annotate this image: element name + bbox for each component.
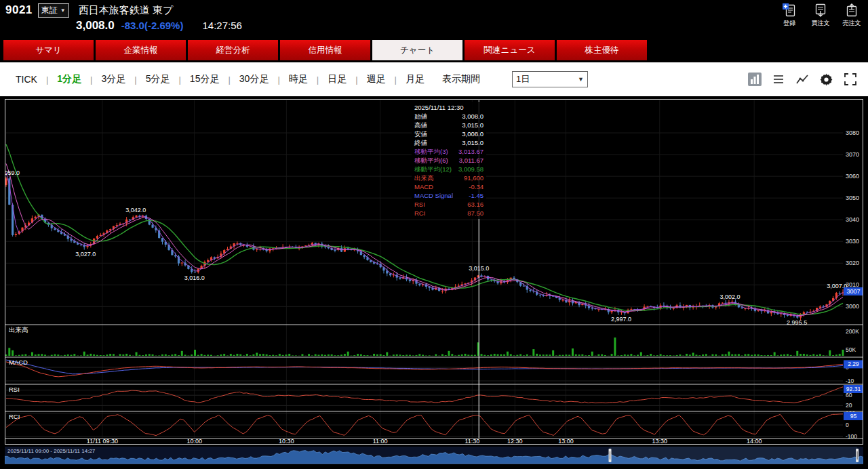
interval-monthly[interactable]: 月足 <box>397 73 433 85</box>
quote-header-row1: 9021 東証 ▼ 西日本旅客鉄道 東プ <box>5 3 863 18</box>
svg-text:3060: 3060 <box>846 173 859 180</box>
svg-text:0: 0 <box>846 422 849 428</box>
register-button[interactable]: 登録 <box>777 2 802 28</box>
quote-time: 14:27:56 <box>202 20 241 31</box>
interval-3min[interactable]: 3分足 <box>92 73 134 85</box>
tab-company-info[interactable]: 企業情報 <box>96 40 186 60</box>
svg-text:2,997.0: 2,997.0 <box>611 316 631 323</box>
quote-header: 9021 東証 ▼ 西日本旅客鉄道 東プ 3,008.0 -83.0(-2.69… <box>0 0 868 38</box>
svg-text:12:30: 12:30 <box>507 438 523 445</box>
chevron-down-icon: ▼ <box>578 76 584 83</box>
svg-text:3000: 3000 <box>846 303 859 310</box>
svg-text:13:30: 13:30 <box>652 438 667 445</box>
svg-text:出来高: 出来高 <box>9 326 28 333</box>
interval-1min[interactable]: 1分足 <box>48 73 90 85</box>
fullscreen-icon[interactable] <box>844 73 857 86</box>
svg-text:3,002.0: 3,002.0 <box>719 293 740 300</box>
buy-order-button-label: 買注文 <box>808 19 833 28</box>
svg-text:3070: 3070 <box>846 151 859 158</box>
tab-shareholder-benefits[interactable]: 株主優待 <box>557 40 647 60</box>
market-selector[interactable]: 東証 ▼ <box>38 3 69 18</box>
svg-text:3030: 3030 <box>846 238 859 245</box>
sell-order-icon <box>840 2 864 18</box>
svg-text:3050: 3050 <box>846 195 859 201</box>
chart-toolbar: TICK|1分足|3分足|5分足|15分足|30分足|時足|日足|週足|月足表示… <box>0 62 868 96</box>
period-select[interactable]: 1日 ▼ <box>512 71 588 87</box>
svg-text:11/11 09:30: 11/11 09:30 <box>87 438 118 445</box>
interval-tick[interactable]: TICK <box>7 74 46 85</box>
svg-text:3040: 3040 <box>846 216 859 223</box>
trading-app: 9021 東証 ▼ 西日本旅客鉄道 東プ 3,008.0 -83.0(-2.69… <box>0 0 868 469</box>
svg-text:3010: 3010 <box>846 281 859 288</box>
navigator-canvas[interactable]: 2025/11/11 09:00 - 2025/11/11 14:27 <box>5 447 863 467</box>
svg-text:-10: -10 <box>846 378 854 384</box>
svg-text:RCI: RCI <box>9 413 20 420</box>
svg-text:11:00: 11:00 <box>373 438 388 445</box>
svg-text:10:30: 10:30 <box>279 438 294 445</box>
svg-text:3,042.0: 3,042.0 <box>125 207 146 213</box>
svg-text:200K: 200K <box>846 328 859 335</box>
buy-order-icon <box>808 2 833 18</box>
settings-gear-icon[interactable] <box>819 73 833 87</box>
display-period[interactable]: 表示期間 <box>433 73 489 85</box>
interval-5min[interactable]: 5分足 <box>137 73 179 85</box>
tab-bar: サマリ企業情報経営分析信用情報チャート関連ニュース株主優待 <box>0 38 868 62</box>
svg-text:10:00: 10:00 <box>186 438 202 445</box>
period-select-value: 1日 <box>516 73 530 85</box>
register-button-label: 登録 <box>777 19 802 28</box>
line-mode-icon[interactable] <box>795 73 809 86</box>
svg-text:95: 95 <box>850 413 857 420</box>
svg-text:14:00: 14:00 <box>747 438 762 445</box>
sell-order-button[interactable]: 売注文 <box>840 2 864 28</box>
svg-text:50K: 50K <box>846 346 856 353</box>
chevron-down-icon: ▼ <box>60 7 66 14</box>
svg-text:2025/11/11 09:00 - 2025/11/11: 2025/11/11 09:00 - 2025/11/11 14:27 <box>7 448 96 454</box>
svg-text:92.31: 92.31 <box>846 386 861 392</box>
svg-text:2.29: 2.29 <box>848 361 859 367</box>
bar-type-icon[interactable] <box>748 73 762 86</box>
svg-text:RSI: RSI <box>9 386 20 393</box>
svg-text:MACD: MACD <box>9 359 28 366</box>
svg-text:20: 20 <box>846 402 852 409</box>
tab-related-news[interactable]: 関連ニュース <box>465 40 555 60</box>
svg-text:-100: -100 <box>846 433 857 440</box>
svg-text:3,027.0: 3,027.0 <box>75 251 96 258</box>
buy-order-button[interactable]: 買注文 <box>808 2 833 28</box>
interval-30min[interactable]: 30分足 <box>231 73 278 85</box>
register-icon <box>777 2 802 18</box>
price-change: -83.0(-2.69%) <box>121 20 184 31</box>
svg-text:11:30: 11:30 <box>465 438 479 445</box>
order-actions: 登録買注文売注文 <box>777 2 864 28</box>
chart-canvas[interactable]: 3080307030603050304030303020301030003,05… <box>5 99 863 447</box>
interval-15min[interactable]: 15分足 <box>181 73 229 85</box>
svg-text:3,059.0: 3,059.0 <box>5 169 20 176</box>
price-chart[interactable]: 3080307030603050304030303020301030003,05… <box>5 99 863 445</box>
tab-financial-analysis[interactable]: 経営分析 <box>188 40 278 60</box>
stock-code: 9021 <box>5 3 33 17</box>
interval-weekly[interactable]: 週足 <box>358 73 395 85</box>
list-icon[interactable] <box>772 73 785 86</box>
chart-range-navigator[interactable]: 2025/11/11 09:00 - 2025/11/11 14:27 <box>5 447 863 464</box>
sell-order-button-label: 売注文 <box>840 19 864 28</box>
tab-chart[interactable]: チャート <box>372 40 462 60</box>
svg-text:3007: 3007 <box>846 288 860 295</box>
svg-text:3080: 3080 <box>846 129 859 136</box>
quote-header-row2: 3,008.0 -83.0(-2.69%) 14:27:56 <box>76 19 863 35</box>
current-price: 3,008.0 <box>76 19 115 33</box>
svg-text:3,016.0: 3,016.0 <box>184 274 205 281</box>
stock-name: 西日本旅客鉄道 東プ <box>79 4 174 17</box>
market-selector-value: 東証 <box>41 5 58 16</box>
tab-summary[interactable]: サマリ <box>3 40 94 60</box>
interval-hourly[interactable]: 時足 <box>280 73 317 85</box>
chart-tool-icons <box>748 73 857 87</box>
interval-bar: TICK|1分足|3分足|5分足|15分足|30分足|時足|日足|週足|月足表示… <box>7 73 489 85</box>
interval-daily[interactable]: 日足 <box>319 73 355 85</box>
tab-margin-info[interactable]: 信用情報 <box>280 40 370 60</box>
svg-text:13:00: 13:00 <box>558 438 574 445</box>
svg-text:3020: 3020 <box>846 260 859 266</box>
